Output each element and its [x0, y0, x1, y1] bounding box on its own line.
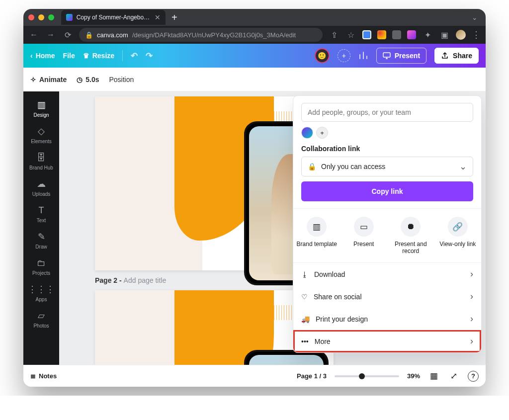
- left-sidebar: ▥Design ◇Elements 🗄Brand Hub ☁Uploads TT…: [23, 91, 59, 365]
- sidebar-item-photos[interactable]: ▱Photos: [23, 306, 59, 333]
- sidebar-item-label: Text: [37, 218, 46, 223]
- present-button[interactable]: Present: [376, 48, 426, 64]
- sidebar-item-label: Design: [33, 112, 49, 118]
- share-quick-actions: ▥Brand template ▭Present ⏺Present and re…: [293, 208, 481, 263]
- more-row[interactable]: •••More ›: [293, 330, 481, 352]
- extension-icon[interactable]: [407, 30, 416, 39]
- tabs-menu-icon[interactable]: ⌄: [469, 13, 481, 21]
- back-icon[interactable]: ←: [28, 30, 39, 39]
- collab-link-heading: Collaboration link: [301, 145, 473, 153]
- sidebar-item-design[interactable]: ▥Design: [23, 95, 59, 122]
- notes-icon: ≣: [30, 372, 36, 380]
- extension-icon[interactable]: [362, 30, 371, 39]
- tab-strip: Copy of Sommer-Angebot (Pre ✕ + ⌄: [23, 9, 486, 26]
- share-page-icon[interactable]: ⇪: [329, 30, 339, 40]
- address-bar-row: ← → ⟳ 🔒 canva.com/design/DAFktad8AYU/nUw…: [23, 26, 486, 44]
- help-button[interactable]: ?: [468, 371, 479, 382]
- share-people-input[interactable]: [301, 103, 473, 122]
- maximize-window-icon[interactable]: [48, 14, 54, 20]
- chevron-right-icon: ›: [470, 269, 473, 279]
- shapes-icon: ◇: [38, 126, 45, 137]
- briefcase-icon: 🗄: [37, 152, 46, 163]
- add-collaborator-button[interactable]: +: [338, 49, 350, 62]
- sidebar-item-text[interactable]: TText: [23, 201, 59, 227]
- chrome-menu-icon[interactable]: ⋮: [472, 29, 481, 40]
- download-icon: ⭳: [301, 270, 308, 278]
- sidebar-item-label: Uploads: [32, 191, 51, 197]
- grid-icon: ⋮⋮⋮: [28, 284, 55, 295]
- close-tab-icon[interactable]: ✕: [155, 13, 161, 21]
- download-row[interactable]: ⭳Download ›: [293, 263, 481, 285]
- share-social-row[interactable]: ♡Share on social ›: [293, 285, 481, 308]
- new-tab-button[interactable]: +: [170, 12, 179, 23]
- chevron-right-icon: ›: [470, 336, 473, 346]
- page-2-title-placeholder[interactable]: Add page title: [124, 276, 167, 284]
- position-button[interactable]: Position: [109, 76, 134, 84]
- sidebar-item-apps[interactable]: ⋮⋮⋮Apps: [23, 280, 59, 306]
- present-record-button[interactable]: ⏺Present and record: [387, 209, 434, 262]
- owner-avatar-icon[interactable]: [301, 127, 313, 139]
- address-bar[interactable]: 🔒 canva.com/design/DAFktad8AYU/nUwPY4xyG…: [79, 28, 323, 42]
- insights-button[interactable]: [358, 51, 368, 60]
- collaborator-avatar[interactable]: 🙂: [315, 48, 330, 63]
- home-button[interactable]: ‹Home: [30, 52, 55, 60]
- sidebar-item-label: Apps: [36, 297, 47, 302]
- pencil-icon: ✎: [38, 231, 45, 242]
- present-icon: [383, 52, 391, 59]
- browser-tab[interactable]: Copy of Sommer-Angebot (Pre ✕: [61, 10, 166, 25]
- truck-icon: 🚚: [301, 315, 310, 323]
- link-access-value: Only you can access: [321, 163, 385, 170]
- extensions-menu-icon[interactable]: ✦: [422, 30, 433, 40]
- sidebar-item-brand-hub[interactable]: 🗄Brand Hub: [23, 148, 59, 174]
- url-host: canva.com: [97, 31, 128, 39]
- tab-favicon: [66, 14, 73, 21]
- share-button[interactable]: Share: [434, 48, 479, 64]
- copy-link-button[interactable]: Copy link: [301, 181, 473, 201]
- forward-icon[interactable]: →: [45, 30, 56, 39]
- footer-bar: ≣Notes Page 1 / 3 39% ▦ ⤢ ?: [23, 365, 486, 387]
- sidebar-item-elements[interactable]: ◇Elements: [23, 122, 59, 148]
- sidebar-item-draw[interactable]: ✎Draw: [23, 227, 59, 253]
- browser-chrome: Copy of Sommer-Angebot (Pre ✕ + ⌄ ← → ⟳ …: [23, 9, 486, 44]
- share-avatars: +: [301, 127, 473, 139]
- chevron-right-icon: ›: [470, 314, 473, 324]
- file-menu[interactable]: File: [63, 52, 75, 60]
- present-option-button[interactable]: ▭Present: [340, 209, 388, 262]
- template-icon: ▥: [307, 217, 327, 237]
- fullscreen-icon[interactable]: ⤢: [448, 371, 460, 381]
- animate-button[interactable]: ✧Animate: [30, 76, 67, 84]
- cloud-upload-icon: ☁: [37, 178, 46, 189]
- undo-button[interactable]: ↶: [131, 51, 138, 61]
- sidebar-item-projects[interactable]: 🗀Projects: [23, 253, 59, 280]
- url-path: /design/DAFktad8AYU/nUwPY4xyG2B1G0j0s_3M…: [132, 31, 296, 39]
- bookmark-icon[interactable]: ☆: [345, 30, 356, 40]
- duration-button[interactable]: ◷5.0s: [77, 76, 99, 84]
- print-design-row[interactable]: 🚚Print your design ›: [293, 308, 481, 330]
- close-window-icon[interactable]: [28, 14, 34, 20]
- page-2-caption[interactable]: Page 2 - Add page title: [95, 276, 166, 284]
- link-access-select[interactable]: 🔒Only you can access ⌄: [301, 157, 473, 176]
- brand-template-button[interactable]: ▥Brand template: [293, 209, 340, 262]
- crown-icon: ♛: [83, 52, 89, 60]
- zoom-slider[interactable]: [335, 375, 399, 377]
- reload-icon[interactable]: ⟳: [62, 30, 73, 40]
- sidebar-item-uploads[interactable]: ☁Uploads: [23, 174, 59, 201]
- app-toolbar: ‹Home File ♛Resize ↶ ↷ 🙂 + Present Share: [23, 44, 486, 68]
- grid-view-icon[interactable]: ▦: [428, 371, 440, 381]
- notes-button[interactable]: ≣Notes: [30, 372, 57, 380]
- resize-button[interactable]: ♛Resize: [83, 52, 114, 60]
- templates-icon: ▥: [37, 99, 46, 110]
- page-indicator[interactable]: Page 1 / 3: [297, 372, 327, 380]
- sidebar-item-label: Projects: [32, 270, 50, 276]
- extension-icon[interactable]: [377, 30, 386, 39]
- add-person-button[interactable]: +: [316, 127, 328, 139]
- present-icon: ▭: [354, 217, 374, 237]
- profile-avatar-icon[interactable]: [456, 30, 466, 40]
- extension-icon[interactable]: [392, 30, 401, 39]
- minimize-window-icon[interactable]: [38, 14, 44, 20]
- view-only-link-button[interactable]: 🔗View-only link: [434, 209, 482, 262]
- sidepanel-icon[interactable]: ▣: [439, 30, 450, 40]
- redo-button[interactable]: ↷: [146, 51, 153, 61]
- canvas-area[interactable]: SUM Page 2 - Add page title SOM +: [59, 91, 486, 365]
- zoom-value[interactable]: 39%: [407, 372, 420, 380]
